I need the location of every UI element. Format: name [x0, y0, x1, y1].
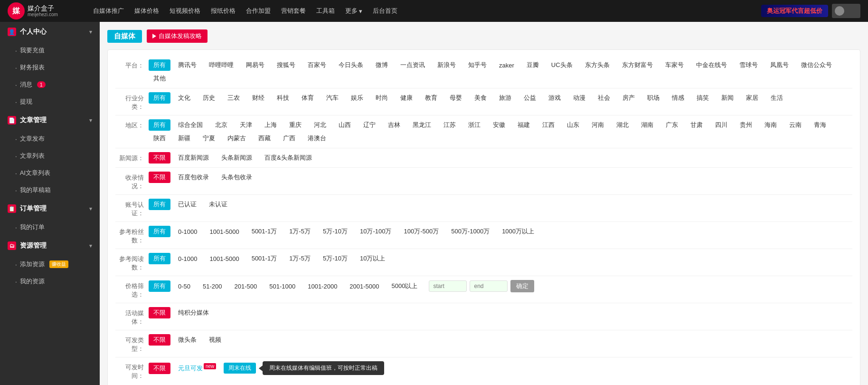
- filter-tag-ind-22[interactable]: 搞笑: [692, 92, 714, 104]
- filter-tag-read-4[interactable]: 1万-5万: [284, 253, 315, 264]
- filter-tag-ns-0[interactable]: 不限: [149, 152, 170, 164]
- nav-item-meiti[interactable]: 媒体价格: [134, 7, 159, 15]
- sidebar-item-my-orders[interactable]: 我的订单: [0, 219, 100, 236]
- sidebar-header-articles[interactable]: 📄 文章管理 ▾: [0, 110, 100, 130]
- sidebar-header-resources[interactable]: 🗂 资源管理 ▾: [0, 236, 100, 256]
- filter-tag-reg-0[interactable]: 所有: [149, 119, 170, 131]
- filter-tag-platform-20[interactable]: 微信公众号: [796, 59, 837, 71]
- filter-tag-act-1[interactable]: 纯积分媒体: [173, 307, 214, 318]
- filter-tag-fan-3[interactable]: 5001-1万: [247, 226, 282, 237]
- nav-item-zimeiti[interactable]: 自媒体推广: [93, 7, 124, 15]
- sidebar-item-article-list[interactable]: 文章列表: [0, 147, 100, 164]
- price-start-input[interactable]: [429, 280, 467, 292]
- filter-tag-price-1[interactable]: 0-50: [173, 281, 195, 291]
- filter-tag-ind-15[interactable]: 公益: [519, 92, 541, 104]
- filter-tag-pt-1[interactable]: 微头条: [173, 334, 201, 346]
- nav-item-newspaper[interactable]: 报纸价格: [211, 7, 236, 15]
- filter-tag-platform-8[interactable]: 一点资讯: [396, 59, 430, 71]
- filter-tag-platform-3[interactable]: 网易号: [241, 59, 269, 71]
- filter-tag-ind-8[interactable]: 娱乐: [346, 92, 368, 104]
- filter-tag-reg-2[interactable]: 北京: [210, 119, 232, 131]
- filter-tag-reg-4[interactable]: 上海: [260, 119, 282, 131]
- filter-tag-ind-13[interactable]: 美食: [470, 92, 491, 104]
- filter-tag-fan-5[interactable]: 5万-10万: [318, 226, 352, 237]
- nav-item-backend[interactable]: 后台首页: [373, 7, 397, 15]
- filter-tag-inc-1[interactable]: 百度包收录: [173, 172, 214, 183]
- filter-tag-platform-9[interactable]: 新浪号: [433, 59, 461, 71]
- filter-tag-reg-1[interactable]: 综合全国: [173, 119, 208, 131]
- filter-tag-pt-0[interactable]: 不限: [149, 334, 170, 346]
- filter-tag-time-1[interactable]: 元旦可发new: [173, 362, 221, 374]
- filter-tag-price-5[interactable]: 1001-2000: [303, 281, 342, 291]
- nav-item-short[interactable]: 短视频价格: [170, 7, 200, 15]
- filter-tag-ind-18[interactable]: 社会: [593, 92, 615, 104]
- filter-tag-platform-18[interactable]: 雪球号: [735, 59, 763, 71]
- filter-tag-ind-24[interactable]: 家居: [741, 92, 763, 104]
- filter-tag-reg-18[interactable]: 湖北: [612, 119, 633, 131]
- sidebar-item-finance[interactable]: 财务报表: [0, 59, 100, 76]
- filter-tag-reg-9[interactable]: 吉林: [383, 119, 405, 131]
- filter-tag-platform-7[interactable]: 微博: [371, 59, 393, 71]
- filter-tag-reg-5[interactable]: 重庆: [284, 119, 306, 131]
- filter-tag-platform-19[interactable]: 凤凰号: [765, 59, 793, 71]
- filter-tag-fan-4[interactable]: 1万-5万: [284, 226, 315, 237]
- filter-tag-fan-1[interactable]: 0-1000: [173, 227, 202, 237]
- filter-tag-platform-17[interactable]: 中金在线号: [691, 59, 732, 71]
- filter-tag-reg-12[interactable]: 浙江: [463, 119, 485, 131]
- filter-tag-price-6[interactable]: 2001-5000: [345, 281, 384, 291]
- filter-tag-read-6[interactable]: 10万以上: [355, 253, 390, 264]
- filter-tag-reg-20[interactable]: 广东: [661, 119, 683, 131]
- filter-tag-reg-22[interactable]: 四川: [710, 119, 732, 131]
- weekend-online-badge[interactable]: 周末在线: [224, 363, 256, 374]
- filter-tag-platform-6[interactable]: 今日头条: [334, 59, 368, 71]
- filter-tag-reg-24[interactable]: 海南: [760, 119, 782, 131]
- filter-tag-fan-0[interactable]: 所有: [149, 226, 170, 237]
- filter-tag-inc-2[interactable]: 头条包收录: [217, 172, 257, 183]
- filter-tag-ind-17[interactable]: 动漫: [568, 92, 590, 104]
- nav-item-tools[interactable]: 工具箱: [316, 7, 335, 15]
- sidebar-item-add-resource[interactable]: 添加资源 赚收益: [0, 256, 100, 273]
- filter-tag-reg-11[interactable]: 江苏: [439, 119, 461, 131]
- filter-tag-fan-7[interactable]: 100万-500万: [399, 226, 443, 237]
- sidebar-item-publish[interactable]: 文章发布: [0, 130, 100, 147]
- filter-tag-act-0[interactable]: 不限: [149, 307, 170, 318]
- filter-tag-reg-15[interactable]: 江西: [538, 119, 559, 131]
- filter-tag-reg-17[interactable]: 河南: [587, 119, 609, 131]
- logo-area[interactable]: 媒 媒介盒子 meijehezi.com: [8, 2, 84, 19]
- filter-tag-read-2[interactable]: 1001-5000: [205, 254, 244, 264]
- filter-tag-reg-29[interactable]: 宁夏: [198, 133, 220, 144]
- guide-button[interactable]: 自媒体发稿攻略: [147, 29, 208, 43]
- filter-tag-fan-9[interactable]: 1000万以上: [497, 226, 539, 237]
- filter-tag-ns-1[interactable]: 百度新闻源: [173, 152, 214, 164]
- filter-tag-reg-21[interactable]: 甘肃: [686, 119, 708, 131]
- filter-tag-ind-16[interactable]: 游戏: [544, 92, 566, 104]
- sidebar-item-withdraw[interactable]: 提现: [0, 93, 100, 110]
- user-avatar-area[interactable]: [832, 4, 860, 18]
- filter-tag-price-7[interactable]: 5000以上: [387, 280, 423, 292]
- filter-tag-platform-1[interactable]: 腾讯号: [173, 59, 201, 71]
- filter-tag-ind-12[interactable]: 母婴: [445, 92, 467, 104]
- filter-tag-ver-0[interactable]: 所有: [149, 199, 170, 210]
- sidebar-header-orders[interactable]: 📋 订单管理 ▾: [0, 199, 100, 219]
- filter-tag-fan-6[interactable]: 10万-100万: [355, 226, 396, 237]
- filter-tag-inc-0[interactable]: 不限: [149, 172, 170, 183]
- sidebar-item-ai-list[interactable]: AI文章列表: [0, 164, 100, 182]
- filter-tag-platform-13[interactable]: UC头条: [547, 59, 577, 71]
- filter-tag-reg-16[interactable]: 山东: [562, 119, 584, 131]
- filter-tag-ind-1[interactable]: 文化: [173, 92, 195, 104]
- filter-tag-reg-32[interactable]: 广西: [278, 133, 300, 144]
- filter-tag-ind-19[interactable]: 房产: [618, 92, 640, 104]
- filter-tag-ind-14[interactable]: 旅游: [494, 92, 516, 104]
- filter-tag-reg-8[interactable]: 辽宁: [359, 119, 380, 131]
- filter-tag-pt-2[interactable]: 视频: [204, 334, 226, 346]
- filter-tag-platform-15[interactable]: 东方财富号: [617, 59, 658, 71]
- filter-tag-reg-10[interactable]: 黑龙江: [408, 119, 436, 131]
- filter-tag-reg-31[interactable]: 西藏: [254, 133, 275, 144]
- filter-tag-ind-25[interactable]: 生活: [766, 92, 788, 104]
- price-confirm-button[interactable]: 确定: [510, 280, 534, 292]
- filter-tag-ind-11[interactable]: 教育: [420, 92, 442, 104]
- filter-tag-reg-33[interactable]: 港澳台: [303, 133, 331, 144]
- filter-tag-ind-23[interactable]: 新闻: [717, 92, 738, 104]
- filter-tag-reg-28[interactable]: 新疆: [173, 133, 195, 144]
- sidebar-header-personal[interactable]: 👤 个人中心 ▾: [0, 22, 100, 42]
